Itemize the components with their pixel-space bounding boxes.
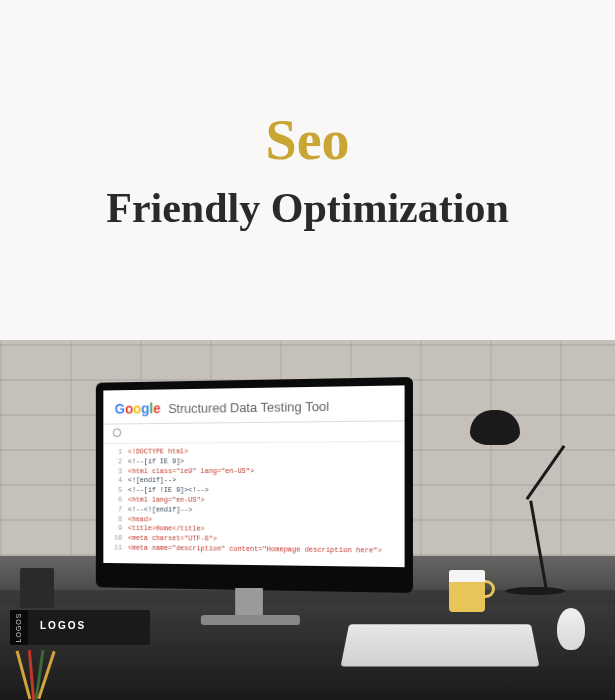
lamp-shade xyxy=(470,410,520,445)
monitor-base xyxy=(201,615,300,625)
screen-header: Google Structured Data Testing Tool xyxy=(103,385,404,424)
coffee-mug xyxy=(449,570,485,612)
desk-scene: Google Structured Data Testing Tool 1<!D… xyxy=(0,340,615,700)
url-bar xyxy=(103,421,404,444)
book: LOGOS LOGOS xyxy=(10,610,150,645)
mouse xyxy=(557,608,585,650)
book-spine: LOGOS xyxy=(10,610,28,645)
google-logo: Google xyxy=(115,400,165,416)
monitor-screen: Google Structured Data Testing Tool 1<!D… xyxy=(103,385,404,567)
monitor-stand xyxy=(235,588,263,618)
header-section: Seo Friendly Optimization xyxy=(0,0,615,340)
subtitle-dark: Friendly Optimization xyxy=(106,184,509,232)
book-label: LOGOS xyxy=(40,620,86,631)
pencil-holder xyxy=(20,568,54,608)
code-block: 1<!DOCTYPE html> 2<!--[if IE 9]> 3<html … xyxy=(103,442,404,561)
keyboard xyxy=(341,624,540,666)
globe-icon xyxy=(113,428,122,437)
title-gold: Seo xyxy=(266,108,350,172)
tool-title: Structured Data Testing Tool xyxy=(168,399,329,416)
monitor: Google Structured Data Testing Tool 1<!D… xyxy=(96,377,413,593)
lamp-base xyxy=(505,587,565,595)
